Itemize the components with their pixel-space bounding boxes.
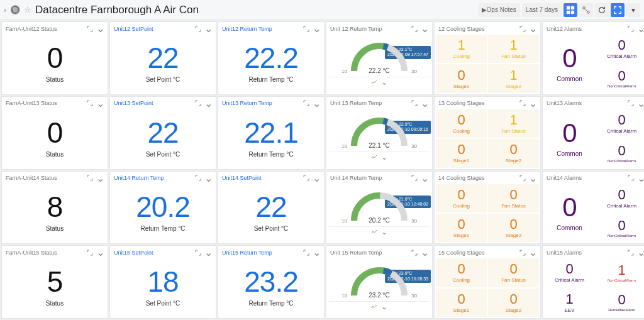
cell-label: Cooling [453, 277, 470, 283]
panel-title: Unit15 SetPoint [114, 250, 153, 256]
panel-menu-icon[interactable]: ⌄ [421, 249, 428, 257]
cell-value: 0 [565, 262, 573, 276]
panel-menu-icon[interactable]: ⌄ [313, 174, 320, 182]
panel-menu-icon[interactable]: ⌄ [96, 99, 104, 107]
panel-menu-icon[interactable]: ⌄ [421, 174, 428, 182]
panel-expand-icon[interactable] [627, 174, 635, 182]
panel-menu-icon[interactable]: ⌄ [313, 25, 320, 33]
panel-menu-icon[interactable]: ⌄ [96, 25, 104, 33]
spark-icon[interactable] [371, 229, 377, 235]
panel-expand-icon[interactable] [411, 25, 418, 33]
panel-expand-icon[interactable] [303, 174, 310, 182]
panel-expand-icon[interactable] [627, 25, 635, 33]
panel-expand-icon[interactable] [303, 25, 310, 33]
stat-cell: 1 Stage2 [488, 64, 539, 92]
ops-notes-button[interactable]: ▶ Ops Notes [478, 3, 520, 17]
panel-expand-icon[interactable] [627, 99, 635, 107]
gauge-min: 10 [341, 143, 347, 149]
dropdown-chevron-icon[interactable]: ▾ [626, 3, 640, 17]
alarm-label: Common [557, 224, 582, 231]
cell-label: Stage2 [506, 233, 521, 238]
panel-menu-icon[interactable]: ⌄ [529, 99, 536, 107]
cell-label: Stage1 [453, 233, 469, 238]
panel-menu-icon[interactable]: ⌄ [421, 99, 428, 107]
alarm-common: 0 Common [544, 35, 595, 93]
panel-expand-icon[interactable] [411, 99, 418, 107]
panel-menu-icon[interactable]: ⌄ [313, 249, 320, 257]
panel-expand-icon[interactable] [303, 99, 310, 107]
alarm-cell: 0 Critical Alarm [544, 258, 595, 287]
time-range-picker[interactable]: Last 7 days [522, 3, 562, 17]
panel-title: FarnA-Unit13 Status [6, 100, 57, 106]
cell-value: 0 [618, 69, 625, 83]
panel-menu-icon[interactable]: ⌄ [313, 99, 320, 107]
panel-menu-icon[interactable]: ⌄ [204, 25, 212, 33]
alarm-cell: 1 EEV [544, 289, 595, 317]
panel-expand-icon[interactable] [519, 174, 526, 182]
cell-value: 0 [618, 293, 625, 307]
star-favorite-icon[interactable]: ☆ [24, 5, 31, 14]
layout-icon[interactable] [579, 3, 593, 17]
svg-rect-2 [567, 10, 570, 13]
cell-value: 0 [618, 219, 625, 233]
gauge-footer: ⌄ [329, 301, 430, 311]
panel-expand-icon[interactable] [411, 249, 418, 257]
panel-menu-icon[interactable]: ⌄ [637, 25, 644, 33]
panel-title: Unit14 SetPoint [222, 175, 262, 181]
panel-expand-icon[interactable] [411, 174, 418, 182]
stat-cell: 0 Fan Status [488, 258, 539, 287]
gauge-min: 10 [341, 218, 347, 224]
panel-expand-icon[interactable] [627, 249, 635, 257]
collapse-icon[interactable]: ⌄ [381, 79, 387, 86]
panel-menu-icon[interactable]: ⌄ [96, 174, 104, 182]
panel-title: Unit13 Alarms [547, 100, 582, 106]
panel-expand-icon[interactable] [519, 249, 526, 257]
gauge-value: 20.2 °C [369, 217, 389, 224]
panel-menu-icon[interactable]: ⌄ [421, 25, 428, 33]
panel-expand-icon[interactable] [86, 174, 94, 182]
alarm-panel: Unit15 Alarms ⌄ 0 Critical Alarm 1 NonCr… [542, 245, 644, 319]
panel-menu-icon[interactable]: ⌄ [637, 249, 644, 257]
spark-icon[interactable] [371, 79, 377, 86]
panel-menu-icon[interactable]: ⌄ [96, 249, 104, 257]
cell-label: NonCriticalAlarm [608, 159, 636, 163]
panel-menu-icon[interactable]: ⌄ [529, 249, 536, 257]
spark-icon[interactable] [371, 154, 377, 160]
panel-expand-icon[interactable] [194, 99, 202, 107]
panel-menu-icon[interactable]: ⌄ [529, 25, 536, 33]
panel-expand-icon[interactable] [86, 99, 94, 107]
panel-expand-icon[interactable] [86, 25, 94, 33]
panel-label: Return Temp °C [248, 151, 293, 158]
panel-expand-icon[interactable] [194, 174, 202, 182]
panel-expand-icon[interactable] [519, 99, 526, 107]
collapse-icon[interactable]: ⌄ [381, 303, 387, 311]
svg-rect-1 [571, 6, 574, 9]
spark-icon[interactable] [371, 304, 377, 310]
cell-value: 0 [457, 113, 465, 127]
panel-expand-icon[interactable] [194, 249, 202, 257]
breadcrumb-chevron-icon[interactable]: › [4, 6, 6, 14]
panel-menu-icon[interactable]: ⌄ [204, 249, 212, 257]
value-panel: Unit14 Return Temp ⌄ 20.2 Return Temp °C [109, 171, 216, 245]
panel-menu-icon[interactable]: ⌄ [529, 174, 536, 182]
collapse-icon[interactable]: ⌄ [381, 228, 387, 236]
panel-title: Unit 13 Return Temp [330, 100, 382, 106]
panel-menu-icon[interactable]: ⌄ [637, 174, 644, 182]
grid-view-icon[interactable] [564, 3, 577, 17]
svg-point-4 [583, 6, 586, 9]
panel-expand-icon[interactable] [519, 25, 526, 33]
fullscreen-icon[interactable] [611, 3, 625, 17]
panel-menu-icon[interactable]: ⌄ [637, 99, 644, 107]
panel-expand-icon[interactable] [303, 249, 310, 257]
panel-menu-icon[interactable]: ⌄ [204, 99, 212, 107]
panel-expand-icon[interactable] [194, 25, 202, 33]
refresh-icon[interactable] [595, 3, 609, 17]
panel-expand-icon[interactable] [86, 249, 94, 257]
cell-label: Cooling [453, 53, 470, 59]
collapse-icon[interactable]: ⌄ [381, 153, 387, 161]
gauge-max: 30 [411, 143, 417, 149]
stat-cell: 0 Stage1 [436, 139, 487, 167]
panel-menu-icon[interactable]: ⌄ [204, 174, 212, 182]
cell-label: Fan Status [501, 128, 526, 134]
gauge-panel: Unit 12 Return Temp ⌄ Peak 23.1°C2021-02… [326, 21, 433, 95]
